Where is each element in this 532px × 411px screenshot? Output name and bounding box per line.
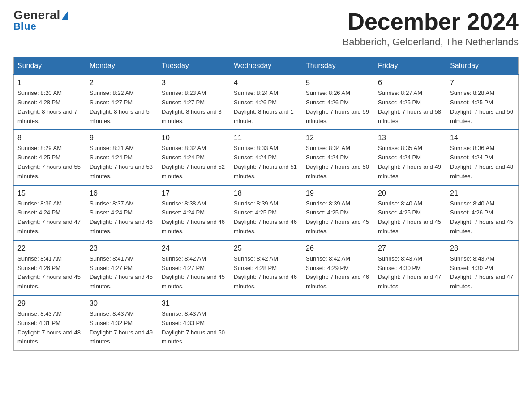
day-number: 20 [378,189,442,197]
calendar-cell: 24 Sunrise: 8:42 AM Sunset: 4:27 PM Dayl… [158,240,230,295]
calendar-table: SundayMondayTuesdayWednesdayThursdayFrid… [13,57,519,351]
day-info: Sunrise: 8:36 AM Sunset: 4:24 PM Dayligh… [17,199,82,236]
day-number: 7 [450,79,515,87]
calendar-week-row: 15 Sunrise: 8:36 AM Sunset: 4:24 PM Dayl… [14,185,519,240]
calendar-cell: 4 Sunrise: 8:24 AM Sunset: 4:26 PM Dayli… [230,75,302,130]
day-info: Sunrise: 8:33 AM Sunset: 4:24 PM Dayligh… [234,144,298,181]
day-number: 23 [90,244,154,253]
day-info: Sunrise: 8:23 AM Sunset: 4:27 PM Dayligh… [162,89,226,126]
day-info: Sunrise: 8:37 AM Sunset: 4:24 PM Dayligh… [90,199,154,236]
day-number: 21 [450,189,515,197]
location-subtitle: Babberich, Gelderland, The Netherlands [343,36,519,48]
day-number: 29 [17,300,82,308]
calendar-cell: 5 Sunrise: 8:26 AM Sunset: 4:26 PM Dayli… [302,75,374,130]
day-number: 13 [378,134,442,142]
calendar-cell: 12 Sunrise: 8:34 AM Sunset: 4:24 PM Dayl… [302,130,374,185]
day-info: Sunrise: 8:42 AM Sunset: 4:29 PM Dayligh… [306,254,370,291]
calendar-week-row: 8 Sunrise: 8:29 AM Sunset: 4:25 PM Dayli… [14,130,519,185]
day-number: 10 [162,134,226,142]
calendar-cell: 2 Sunrise: 8:22 AM Sunset: 4:27 PM Dayli… [86,75,158,130]
calendar-cell [446,295,519,351]
day-number: 11 [234,134,298,142]
calendar-cell [302,295,374,351]
day-info: Sunrise: 8:41 AM Sunset: 4:26 PM Dayligh… [17,254,82,291]
day-info: Sunrise: 8:42 AM Sunset: 4:28 PM Dayligh… [234,254,298,291]
day-number: 1 [17,79,82,87]
calendar-header: SundayMondayTuesdayWednesdayThursdayFrid… [14,57,519,75]
day-number: 6 [378,79,442,87]
day-number: 16 [90,189,154,197]
day-info: Sunrise: 8:36 AM Sunset: 4:24 PM Dayligh… [450,144,515,181]
calendar-cell: 3 Sunrise: 8:23 AM Sunset: 4:27 PM Dayli… [158,75,230,130]
calendar-cell: 16 Sunrise: 8:37 AM Sunset: 4:24 PM Dayl… [86,185,158,240]
day-info: Sunrise: 8:20 AM Sunset: 4:28 PM Dayligh… [17,89,82,126]
calendar-cell: 22 Sunrise: 8:41 AM Sunset: 4:26 PM Dayl… [14,240,86,295]
day-number: 12 [306,134,370,142]
day-info: Sunrise: 8:43 AM Sunset: 4:33 PM Dayligh… [162,309,226,347]
day-number: 8 [17,134,82,142]
calendar-cell: 27 Sunrise: 8:43 AM Sunset: 4:30 PM Dayl… [374,240,446,295]
calendar-cell: 7 Sunrise: 8:28 AM Sunset: 4:25 PM Dayli… [446,75,519,130]
calendar-cell [230,295,302,351]
calendar-cell: 8 Sunrise: 8:29 AM Sunset: 4:25 PM Dayli… [14,130,86,185]
calendar-week-row: 1 Sunrise: 8:20 AM Sunset: 4:28 PM Dayli… [14,75,519,130]
calendar-cell: 1 Sunrise: 8:20 AM Sunset: 4:28 PM Dayli… [14,75,86,130]
day-number: 17 [162,189,226,197]
logo-general: General [13,9,60,21]
day-info: Sunrise: 8:29 AM Sunset: 4:25 PM Dayligh… [17,144,82,181]
day-number: 9 [90,134,154,142]
day-number: 14 [450,134,515,142]
calendar-cell: 26 Sunrise: 8:42 AM Sunset: 4:29 PM Dayl… [302,240,374,295]
weekday-header-sunday: Sunday [14,57,86,75]
day-number: 2 [90,79,154,87]
calendar-cell: 31 Sunrise: 8:43 AM Sunset: 4:33 PM Dayl… [158,295,230,351]
day-info: Sunrise: 8:42 AM Sunset: 4:27 PM Dayligh… [162,254,226,291]
weekday-header-saturday: Saturday [446,57,519,75]
day-number: 26 [306,244,370,253]
day-number: 31 [162,300,226,308]
calendar-cell: 28 Sunrise: 8:43 AM Sunset: 4:30 PM Dayl… [446,240,519,295]
month-year-title: December 2024 [343,9,519,34]
day-info: Sunrise: 8:27 AM Sunset: 4:25 PM Dayligh… [378,89,442,126]
calendar-cell: 9 Sunrise: 8:31 AM Sunset: 4:24 PM Dayli… [86,130,158,185]
calendar-cell: 25 Sunrise: 8:42 AM Sunset: 4:28 PM Dayl… [230,240,302,295]
day-number: 18 [234,189,298,197]
day-number: 27 [378,244,442,253]
day-info: Sunrise: 8:43 AM Sunset: 4:30 PM Dayligh… [450,254,515,291]
logo: General Blue [13,9,68,32]
calendar-cell: 11 Sunrise: 8:33 AM Sunset: 4:24 PM Dayl… [230,130,302,185]
calendar-cell: 20 Sunrise: 8:40 AM Sunset: 4:25 PM Dayl… [374,185,446,240]
calendar-week-row: 29 Sunrise: 8:43 AM Sunset: 4:31 PM Dayl… [14,295,519,351]
day-info: Sunrise: 8:34 AM Sunset: 4:24 PM Dayligh… [306,144,370,181]
day-number: 15 [17,189,82,197]
day-info: Sunrise: 8:43 AM Sunset: 4:31 PM Dayligh… [17,309,82,347]
day-number: 28 [450,244,515,253]
calendar-cell: 19 Sunrise: 8:39 AM Sunset: 4:25 PM Dayl… [302,185,374,240]
calendar-cell: 14 Sunrise: 8:36 AM Sunset: 4:24 PM Dayl… [446,130,519,185]
day-number: 19 [306,189,370,197]
calendar-cell: 21 Sunrise: 8:40 AM Sunset: 4:26 PM Dayl… [446,185,519,240]
day-info: Sunrise: 8:40 AM Sunset: 4:26 PM Dayligh… [450,199,515,236]
day-number: 24 [162,244,226,253]
day-info: Sunrise: 8:31 AM Sunset: 4:24 PM Dayligh… [90,144,154,181]
day-info: Sunrise: 8:35 AM Sunset: 4:24 PM Dayligh… [378,144,442,181]
calendar-cell: 29 Sunrise: 8:43 AM Sunset: 4:31 PM Dayl… [14,295,86,351]
day-info: Sunrise: 8:38 AM Sunset: 4:24 PM Dayligh… [162,199,226,236]
day-info: Sunrise: 8:28 AM Sunset: 4:25 PM Dayligh… [450,89,515,126]
title-section: December 2024 Babberich, Gelderland, The… [343,9,519,48]
day-info: Sunrise: 8:43 AM Sunset: 4:30 PM Dayligh… [378,254,442,291]
calendar-cell: 10 Sunrise: 8:32 AM Sunset: 4:24 PM Dayl… [158,130,230,185]
day-number: 30 [90,300,154,308]
calendar-week-row: 22 Sunrise: 8:41 AM Sunset: 4:26 PM Dayl… [14,240,519,295]
logo-triangle-icon [62,11,68,20]
day-number: 3 [162,79,226,87]
calendar-cell: 17 Sunrise: 8:38 AM Sunset: 4:24 PM Dayl… [158,185,230,240]
day-info: Sunrise: 8:39 AM Sunset: 4:25 PM Dayligh… [234,199,298,236]
calendar-cell: 18 Sunrise: 8:39 AM Sunset: 4:25 PM Dayl… [230,185,302,240]
day-info: Sunrise: 8:41 AM Sunset: 4:27 PM Dayligh… [90,254,154,291]
day-info: Sunrise: 8:24 AM Sunset: 4:26 PM Dayligh… [234,89,298,126]
calendar-cell [374,295,446,351]
weekday-header-wednesday: Wednesday [230,57,302,75]
day-info: Sunrise: 8:26 AM Sunset: 4:26 PM Dayligh… [306,89,370,126]
weekday-header-monday: Monday [86,57,158,75]
